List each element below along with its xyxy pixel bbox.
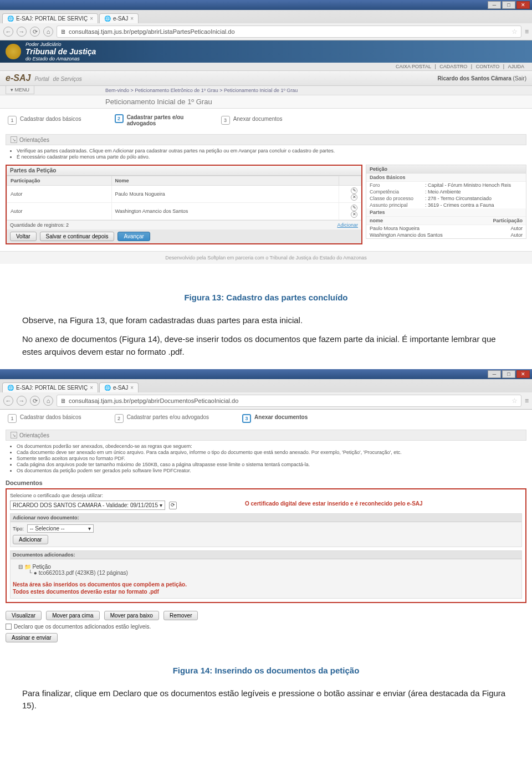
forward-button[interactable]: →: [17, 396, 27, 406]
collapse-icon: ↘: [11, 432, 17, 438]
step-1[interactable]: 1 Cadastrar dados básicos: [8, 414, 81, 423]
browser-tab-2[interactable]: 🌐 e-SAJ ×: [99, 13, 139, 23]
declare-label: Declaro que os documentos adicionados es…: [14, 624, 151, 630]
cert-select[interactable]: RICARDO DOS SANTOS CAMARA - Validade: 09…: [10, 501, 165, 510]
edit-icon[interactable]: ✎: [351, 205, 357, 211]
partes-header: Partes da Petição: [7, 166, 361, 176]
bookmark-icon[interactable]: ☆: [511, 28, 518, 35]
browser-tab-2[interactable]: 🌐 e-SAJ ×: [99, 382, 139, 392]
adicionar-button[interactable]: Adicionar: [13, 535, 48, 544]
address-bar[interactable]: 🗎 consultasaj.tjam.jus.br/petpg/abrirDoc…: [57, 395, 521, 407]
add-link[interactable]: Adicionar: [337, 222, 358, 228]
step-1[interactable]: 1 Cadastrar dados básicos: [8, 116, 81, 125]
reload-button[interactable]: ⟳: [30, 27, 40, 37]
edit-icon[interactable]: ✎: [351, 187, 357, 194]
step-2[interactable]: 2 Cadastrar partes e/ou advogados: [115, 114, 188, 126]
figure-caption-13: Figura 13: Cadastro das partes concluído: [22, 292, 510, 304]
salvar-button[interactable]: Salvar e continuar depois: [40, 232, 115, 241]
banner-title: Tribunal de Justiça: [25, 47, 96, 56]
refresh-icon[interactable]: ⟳: [169, 502, 177, 509]
visualizar-button[interactable]: Visualizar: [6, 611, 42, 620]
delete-icon[interactable]: ✕: [351, 211, 357, 218]
delete-icon[interactable]: ✕: [351, 194, 357, 201]
folder-icon: 📁: [24, 564, 31, 570]
user-info: Ricardo dos Santos Câmara (Sair): [437, 75, 526, 81]
window-controls: ─ □ ✕: [0, 0, 532, 10]
wizard-steps: 1 Cadastrar dados básicos 2 Cadastrar pa…: [0, 109, 532, 132]
link-contato[interactable]: CONTATO: [476, 64, 500, 69]
back-button[interactable]: ←: [3, 27, 13, 37]
address-row: ← → ⟳ ⌂ 🗎 consultasaj.tjam.jus.br/petpg/…: [0, 392, 532, 409]
browser-tab-1[interactable]: 🌐 E-SAJ: PORTAL DE SERVIÇ ×: [2, 13, 98, 23]
minimize-button[interactable]: ─: [488, 370, 501, 378]
peticao-header: Petição: [366, 165, 526, 173]
site-banner: Poder Judiciário Tribunal de Justiça do …: [0, 40, 532, 63]
step-3[interactable]: 3 Anexar documentos: [242, 414, 308, 423]
link-cadastro[interactable]: CADASTRO: [439, 64, 467, 69]
tree-file[interactable]: └ ● tco662013.pdf (423KB) (12 páginas): [18, 570, 519, 576]
close-button[interactable]: ✕: [516, 1, 530, 9]
tab-close-icon[interactable]: ×: [90, 385, 93, 391]
link-ajuda[interactable]: AJUDA: [508, 64, 524, 69]
voltar-button[interactable]: Voltar: [10, 232, 37, 241]
figure-caption-14: Figura 14: Inserindo os documentos da pe…: [22, 665, 510, 677]
record-count: Quantidade de registros: 2: [10, 222, 69, 228]
tip-item: Somente serão aceitos arquivos no format…: [17, 456, 526, 461]
document-actions: Visualizar Mover para cima Mover para ba…: [6, 611, 526, 620]
minimize-button[interactable]: ─: [488, 1, 501, 9]
tab-close-icon[interactable]: ×: [90, 16, 93, 22]
back-button[interactable]: ←: [3, 396, 13, 406]
address-bar[interactable]: 🗎 consultasaj.tjam.jus.br/petpg/abrirLis…: [57, 25, 521, 38]
browser-chrome-2: ─ □ ✕ 🌐 E-SAJ: PORTAL DE SERVIÇ × 🌐 e-SA…: [0, 369, 532, 410]
count-row: Quantidade de registros: 2 Adicionar: [7, 220, 361, 229]
step-number: 3: [242, 414, 251, 423]
browser-tabs: 🌐 E-SAJ: PORTAL DE SERVIÇ × 🌐 e-SAJ ×: [0, 379, 532, 392]
tab-label: e-SAJ: [113, 385, 128, 391]
remover-button[interactable]: Remover: [163, 611, 198, 620]
mover-baixo-button[interactable]: Mover para baixo: [104, 611, 159, 620]
assinar-enviar-button[interactable]: Assinar e enviar: [6, 633, 58, 642]
step-number: 2: [115, 114, 124, 123]
paragraph: No anexo de documentos (Figura 14), deve…: [22, 333, 510, 358]
mover-cima-button[interactable]: Mover para cima: [46, 611, 99, 620]
tab-close-icon[interactable]: ×: [130, 385, 134, 391]
tab-label: E-SAJ: PORTAL DE SERVIÇ: [16, 16, 88, 22]
browser-tab-1[interactable]: 🌐 E-SAJ: PORTAL DE SERVIÇ ×: [2, 382, 98, 392]
add-document-box: Adicionar novo documento: Tipo: -- Selec…: [10, 513, 522, 547]
partes-panel: Partes da Petição Participação Nome Auto…: [6, 165, 362, 244]
orientacoes-header[interactable]: ↘ Orientações: [6, 134, 526, 145]
browser-menu-icon[interactable]: ≡: [525, 28, 529, 35]
menu-toggle[interactable]: ▾ MENU: [6, 85, 34, 94]
home-button[interactable]: ⌂: [43, 396, 53, 406]
maximize-button[interactable]: □: [502, 370, 515, 378]
tipo-select[interactable]: -- Selecione -- ▾: [27, 524, 94, 533]
declare-row: Declaro que os documentos adicionados es…: [6, 624, 526, 630]
browser-menu-icon[interactable]: ≡: [525, 397, 529, 405]
link-caixa-postal[interactable]: CAIXA POSTAL: [396, 64, 431, 69]
tree-folder[interactable]: ⊟ 📁 Petição: [18, 564, 519, 570]
browser-tabs: 🌐 E-SAJ: PORTAL DE SERVIÇ × 🌐 e-SAJ ×: [0, 10, 532, 23]
browser-chrome-1: ─ □ ✕ 🌐 E-SAJ: PORTAL DE SERVIÇ × 🌐 e-SA…: [0, 0, 532, 40]
forward-button[interactable]: →: [17, 27, 27, 37]
step-3[interactable]: 3 Anexar documentos: [221, 116, 283, 125]
document-body: Figura 14: Inserindo os documentos da pe…: [0, 648, 532, 723]
step-2[interactable]: 2 Cadastrar partes e/ou advogados: [115, 414, 209, 423]
globe-icon: 🌐: [104, 16, 111, 22]
reload-button[interactable]: ⟳: [30, 396, 40, 406]
bookmark-icon[interactable]: ☆: [511, 397, 518, 405]
chevron-down-icon: ▾: [11, 87, 13, 93]
tip-item: Os documentos da petição podem ser gerad…: [17, 468, 526, 473]
close-button[interactable]: ✕: [516, 370, 530, 378]
logout-link[interactable]: (Sair): [513, 75, 526, 81]
button-row: Voltar Salvar e continuar depois Avançar: [7, 229, 361, 243]
banner-super: Poder Judiciário: [25, 42, 96, 47]
declare-checkbox[interactable]: [6, 624, 12, 630]
banner-subtitle: do Estado do Amazonas: [25, 56, 96, 62]
avancar-button[interactable]: Avançar: [117, 232, 150, 241]
document-body: Figura 13: Cadastro das partes concluído…: [0, 264, 532, 369]
table-row: Autor Paulo Moura Nogueira ✎ ✕: [7, 186, 361, 203]
orientacoes-header[interactable]: ↘ Orientações: [6, 430, 526, 441]
tab-close-icon[interactable]: ×: [130, 16, 134, 22]
maximize-button[interactable]: □: [502, 1, 515, 9]
home-button[interactable]: ⌂: [43, 27, 53, 37]
